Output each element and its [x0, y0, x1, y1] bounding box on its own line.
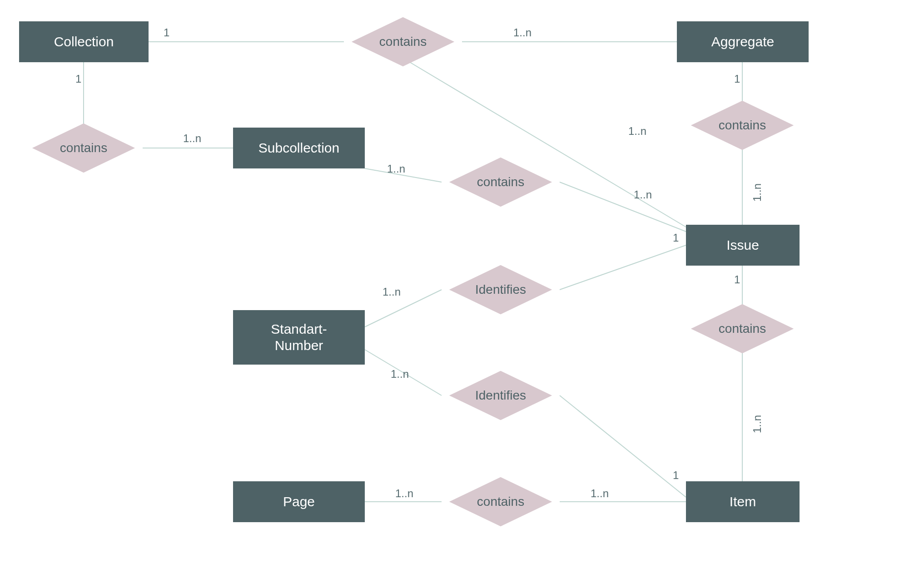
- relationship-label: contains: [719, 321, 766, 336]
- cardinality: 1: [734, 73, 740, 85]
- edge-contains-sub-issue-issue: [560, 182, 686, 232]
- entity-label: Page: [283, 494, 315, 510]
- cardinality: 1..n: [751, 415, 764, 433]
- relationship-label: Identifies: [475, 282, 526, 297]
- entity-label: Item: [730, 494, 756, 510]
- edge-std-identifies-issue: [365, 290, 442, 327]
- relationship-contains-left: contains: [25, 112, 143, 184]
- entity-standart-number: Standart- Number: [233, 310, 365, 365]
- entity-issue: Issue: [686, 225, 800, 266]
- cardinality: 1..n: [183, 132, 201, 145]
- cardinality: 1..n: [395, 487, 413, 500]
- cardinality: 1..n: [383, 286, 401, 298]
- entity-subcollection: Subcollection: [233, 128, 365, 168]
- relationship-identifies-issue: Identifies: [442, 253, 560, 326]
- cardinality: 1: [673, 469, 679, 482]
- entity-collection: Collection: [19, 21, 149, 62]
- entity-label: Issue: [726, 237, 759, 253]
- er-diagram: Collection Subcollection Aggregate Issue…: [0, 0, 924, 583]
- cardinality: 1..n: [751, 183, 764, 202]
- relationship-identifies-item: Identifies: [442, 359, 560, 432]
- relationship-contains-sub-issue: contains: [442, 146, 560, 218]
- cardinality: 1..n: [634, 188, 652, 201]
- relationship-label: contains: [60, 141, 107, 155]
- cardinality: 1..n: [591, 487, 609, 500]
- relationship-label: Identifies: [475, 388, 526, 403]
- relationship-label: contains: [719, 118, 766, 133]
- entity-label: Collection: [54, 34, 114, 50]
- cardinality: 1: [75, 73, 81, 85]
- relationship-label: contains: [477, 175, 524, 189]
- cardinality: 1..n: [387, 163, 405, 175]
- cardinality: 1: [673, 232, 679, 244]
- relationship-contains-issue-item: contains: [683, 292, 801, 365]
- cardinality: 1..n: [628, 125, 646, 138]
- cardinality: 1..n: [391, 368, 409, 380]
- entity-label: Subcollection: [258, 140, 339, 156]
- entity-aggregate: Aggregate: [677, 21, 809, 62]
- relationship-label: contains: [477, 494, 524, 509]
- relationship-contains-top: contains: [344, 5, 462, 78]
- entity-item: Item: [686, 481, 800, 522]
- entity-page: Page: [233, 481, 365, 522]
- relationship-label: contains: [379, 35, 427, 49]
- entity-label: Standart- Number: [271, 321, 327, 354]
- relationship-contains-page-item: contains: [442, 465, 560, 538]
- cardinality: 1..n: [513, 26, 532, 39]
- edge-identifies-issue-issue: [560, 245, 686, 290]
- entity-label: Aggregate: [711, 34, 774, 50]
- cardinality: 1: [734, 273, 740, 286]
- edge-identifies-item-item: [560, 395, 686, 497]
- relationship-contains-agg-issue: contains: [683, 89, 801, 162]
- cardinality: 1: [164, 26, 169, 39]
